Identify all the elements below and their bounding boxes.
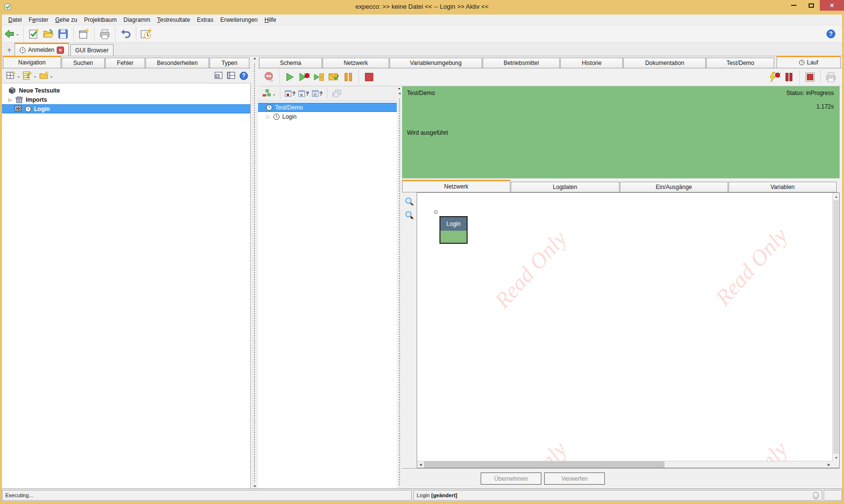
- query-state-button[interactable]: ?: [297, 86, 310, 101]
- tree-item-testsuite[interactable]: Neue Testsuite: [2, 86, 250, 95]
- tab-anmelden[interactable]: Anmelden ×: [15, 43, 69, 56]
- tab-fehler[interactable]: Fehler: [105, 58, 145, 68]
- zoom-out-button[interactable]: [404, 196, 415, 207]
- zoom-in-icon: [405, 210, 414, 220]
- exec-item-login[interactable]: ▷ Login: [258, 112, 397, 121]
- menu-gehe-zu[interactable]: Gehe zu: [52, 15, 81, 25]
- status-spare-cell: [824, 490, 842, 501]
- tab-betriebsmittel[interactable]: Betriebsmittel: [483, 58, 560, 68]
- scroll-down-icon[interactable]: ▼: [833, 454, 840, 461]
- back-button[interactable]: [2, 27, 16, 41]
- tree-view-button[interactable]: [260, 86, 273, 101]
- help-icon[interactable]: ?: [827, 30, 835, 38]
- query-skip-button[interactable]: ?: [310, 86, 324, 101]
- query-breakpoint-button[interactable]: ?: [283, 86, 297, 101]
- menu-hilfe[interactable]: Hilfe: [261, 15, 279, 25]
- canvas-horizontal-scrollbar[interactable]: ◀ ▶: [417, 461, 832, 468]
- verwerfen-button[interactable]: Verwerfen: [544, 472, 605, 485]
- debug-attach-button[interactable]: [767, 70, 782, 84]
- menu-testresultate[interactable]: Testresultate: [154, 15, 194, 25]
- tab-detail-logdaten[interactable]: Logdaten: [511, 182, 619, 192]
- report-button[interactable]: [326, 70, 341, 84]
- exec-item-testdemo[interactable]: Test/Demo: [258, 103, 397, 112]
- tab-historie[interactable]: Historie: [560, 58, 623, 68]
- toolbar-separator: [136, 27, 136, 41]
- scroll-right-icon[interactable]: ▶: [826, 461, 832, 468]
- remove-breakpoints-button[interactable]: [262, 70, 276, 84]
- run-settings-button[interactable]: [139, 27, 154, 41]
- tab-testdemo[interactable]: Test/Demo: [706, 58, 774, 68]
- horizontal-scroll-thumb[interactable]: [424, 461, 665, 468]
- tree-item-label: Neue Testsuite: [19, 87, 60, 94]
- scroll-track[interactable]: [665, 461, 826, 468]
- clock-icon: [25, 106, 32, 112]
- tab-gui-browser[interactable]: GUI Browser: [70, 44, 114, 56]
- tree-item-imports[interactable]: ▷ Imports: [2, 95, 250, 104]
- scroll-left-icon[interactable]: ◀: [417, 461, 424, 468]
- menu-extras[interactable]: Extras: [194, 15, 217, 25]
- pause-run-button[interactable]: [782, 70, 796, 84]
- toolbar-separator: [94, 27, 95, 41]
- splitter-arrow[interactable]: ◂: [253, 56, 255, 61]
- close-tab-icon[interactable]: ×: [57, 47, 64, 54]
- menu-diagramm[interactable]: Diagramm: [120, 15, 154, 25]
- tab-detail-variablen[interactable]: Variablen: [729, 182, 837, 192]
- network-canvas[interactable]: ⚙ Login Read Only Read Only Read Only Re…: [417, 192, 840, 468]
- splitter-middle[interactable]: ▸ ◂: [397, 86, 402, 488]
- splitter-arrow[interactable]: ◂: [398, 91, 400, 96]
- tab-schema[interactable]: Schema: [259, 58, 322, 68]
- menu-fenster[interactable]: Fenster: [25, 15, 52, 25]
- minimize-button[interactable]: [785, 0, 802, 11]
- layout-detail-button[interactable]: [212, 68, 225, 83]
- new-window-button[interactable]: [77, 27, 91, 41]
- splitter-arrow[interactable]: ◂: [253, 484, 255, 488]
- uebernehmen-button[interactable]: Übernehmen: [481, 472, 541, 485]
- lp-help-icon[interactable]: ?: [240, 72, 248, 80]
- new-item-button[interactable]: [5, 68, 17, 83]
- expander-icon[interactable]: ▷: [266, 114, 271, 119]
- tab-suchen[interactable]: Suchen: [62, 58, 105, 68]
- canvas-vertical-scrollbar[interactable]: ▲ ▼: [832, 193, 839, 461]
- sync-selection-button[interactable]: [330, 86, 343, 101]
- tab-dokumentation[interactable]: Dokumentation: [623, 58, 706, 68]
- new-list-button[interactable]: [21, 68, 34, 83]
- login-node[interactable]: Login: [439, 216, 468, 244]
- tab-netzwerk[interactable]: Netzwerk: [323, 58, 389, 68]
- print-button[interactable]: [97, 27, 112, 41]
- pause-button[interactable]: [341, 70, 356, 84]
- maximize-button[interactable]: [802, 0, 820, 11]
- step-run-button[interactable]: [312, 70, 326, 84]
- add-tab-button[interactable]: +: [4, 45, 15, 55]
- debug-run-button[interactable]: [297, 70, 312, 84]
- splitter-arrow[interactable]: ▸: [398, 86, 400, 91]
- tab-navigation[interactable]: Navigation: [3, 56, 61, 68]
- statusbar: Executing... Login [geändert]: [2, 488, 842, 501]
- stop-run-button[interactable]: [803, 70, 817, 84]
- stop-button[interactable]: [362, 70, 376, 84]
- menu-erweiterungen[interactable]: Erweiterungen: [217, 15, 261, 25]
- menu-projektbaum[interactable]: Projektbaum: [81, 15, 120, 25]
- undo-button[interactable]: [118, 27, 133, 41]
- zoom-in-button[interactable]: [404, 210, 415, 220]
- tab-detail-netzwerk[interactable]: Netzwerk: [402, 180, 510, 192]
- tab-typen[interactable]: Typen: [210, 58, 249, 68]
- new-testsuite-button[interactable]: [27, 27, 41, 41]
- scroll-up-icon[interactable]: ▲: [833, 193, 840, 200]
- expander-icon[interactable]: ▷: [8, 97, 13, 102]
- tab-variablenumgebung[interactable]: Variablenumgebung: [390, 58, 482, 68]
- run-status: Status: inProgress: [786, 90, 834, 96]
- print-report-button[interactable]: [824, 70, 838, 84]
- run-button[interactable]: [283, 70, 297, 84]
- menu-datei[interactable]: Datei: [5, 15, 25, 25]
- splitter-left[interactable]: ◂ ◂: [251, 56, 258, 488]
- new-folder-button[interactable]: [38, 68, 50, 83]
- tab-lauf[interactable]: Lauf: [777, 56, 841, 68]
- open-button[interactable]: [41, 27, 56, 41]
- vertical-scroll-thumb[interactable]: [833, 200, 839, 454]
- tab-besonderheiten[interactable]: Besonderheiten: [146, 58, 209, 68]
- save-button[interactable]: [56, 27, 70, 41]
- tab-detail-ein-ausgaenge[interactable]: Ein/Ausgänge: [620, 182, 728, 192]
- layout-split-button[interactable]: [225, 68, 238, 83]
- close-button[interactable]: ×: [820, 0, 844, 11]
- tree-item-login[interactable]: Login: [2, 104, 250, 113]
